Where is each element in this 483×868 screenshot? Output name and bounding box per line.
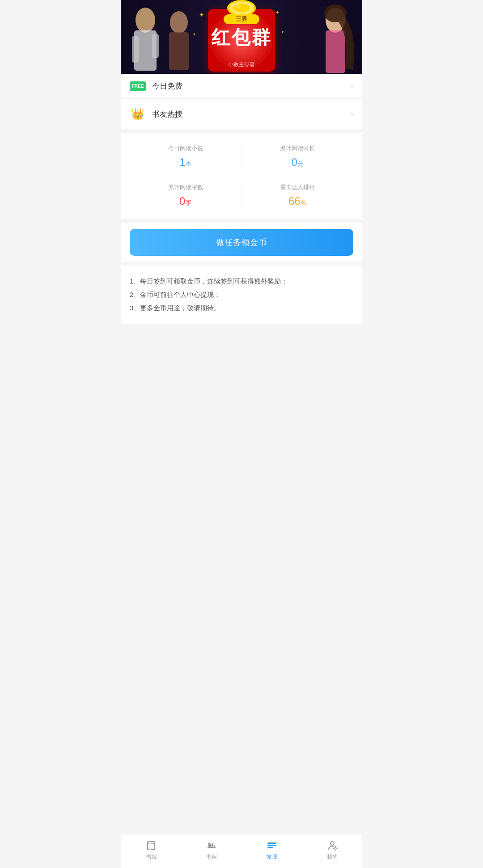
task-button[interactable]: 做任务领金币 [130, 229, 353, 256]
svg-text:✦: ✦ [281, 30, 284, 34]
svg-point-15 [233, 4, 250, 13]
crown-icon: 👑 [130, 106, 146, 122]
svg-text:✦: ✦ [275, 9, 280, 16]
svg-rect-5 [132, 36, 139, 63]
menu-section: FREE 今日免费 › 👑 书友热搜 › [121, 74, 362, 129]
info-text: 1、每日签到可领取金币，连续签到可获得额外奖励； 2、金币可前往个人中心提现； … [130, 275, 353, 315]
total-chars-value: 0字 [130, 195, 242, 207]
svg-point-16 [236, 4, 241, 8]
svg-point-3 [136, 8, 155, 33]
stats-section: 今日阅读小说 1本 累计阅读时长 0分 累计阅读字数 0字 看书达人排行 66名 [121, 133, 362, 219]
svg-rect-10 [326, 30, 345, 73]
banner: ✦ ✦ ✦ ✦ 三界 红包群 小教主◎著 [121, 0, 362, 74]
empty-section [121, 327, 362, 417]
rank-value: 66名 [242, 195, 354, 207]
free-today-item[interactable]: FREE 今日免费 › [121, 74, 362, 99]
info-line-3: 3、更多金币用途，敬请期待。 [130, 301, 353, 315]
info-line-2: 2、金币可前往个人中心提现； [130, 288, 353, 301]
svg-point-7 [170, 11, 188, 34]
svg-text:✦: ✦ [192, 32, 196, 37]
total-time-label: 累计阅读时长 [242, 144, 354, 152]
today-books-label: 今日阅读小说 [130, 144, 242, 152]
hot-search-item[interactable]: 👑 书友热搜 › [121, 99, 362, 129]
total-chars-label: 累计阅读字数 [130, 183, 242, 191]
hot-search-arrow: › [351, 110, 353, 119]
stat-total-time: 累计阅读时长 0分 [242, 144, 354, 169]
svg-text:红包群: 红包群 [211, 27, 272, 48]
stat-total-chars: 累计阅读字数 0字 [130, 183, 242, 207]
stats-row-1: 今日阅读小说 1本 累计阅读时长 0分 [121, 137, 362, 176]
svg-rect-8 [169, 32, 189, 70]
info-line-1: 1、每日签到可领取金币，连续签到可获得额外奖励； [130, 275, 353, 288]
stat-today-books: 今日阅读小说 1本 [130, 144, 242, 169]
task-button-section: 做任务领金币 [121, 223, 362, 262]
total-time-value: 0分 [242, 156, 354, 169]
free-today-label: 今日免费 [152, 81, 351, 91]
stat-rank: 看书达人排行 66名 [242, 183, 354, 207]
rank-label: 看书达人排行 [242, 183, 354, 191]
svg-text:三界: 三界 [236, 16, 248, 22]
today-books-value: 1本 [130, 156, 242, 169]
stats-row-2: 累计阅读字数 0字 看书达人排行 66名 [121, 176, 362, 215]
svg-text:✦: ✦ [199, 11, 204, 18]
svg-rect-6 [152, 34, 159, 58]
svg-text:小教主◎著: 小教主◎著 [228, 61, 255, 68]
free-today-arrow: › [351, 81, 353, 91]
free-icon: FREE [130, 81, 146, 91]
info-section: 1、每日签到可领取金币，连续签到可获得额外奖励； 2、金币可前往个人中心提现； … [121, 266, 362, 324]
hot-search-label: 书友热搜 [152, 109, 351, 119]
